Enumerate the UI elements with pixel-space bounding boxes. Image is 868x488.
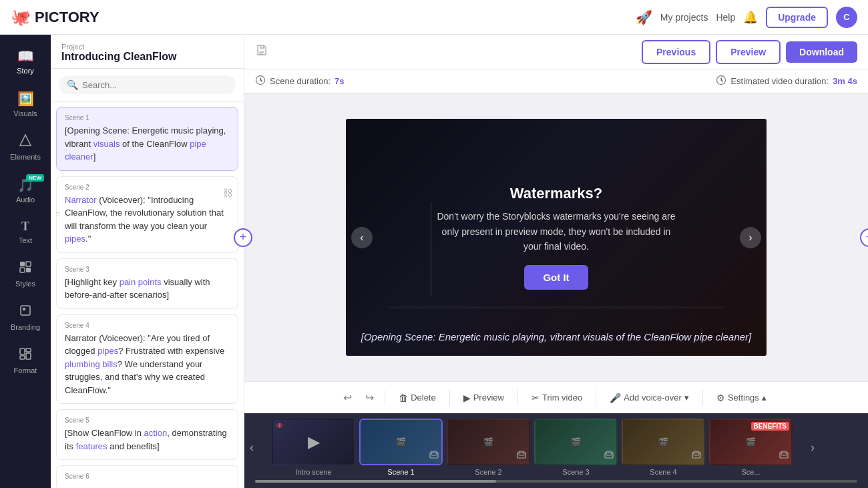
duration-bar: Scene duration: 7s Estimated video durat… — [244, 69, 868, 93]
sidebar-label-visuals: Visuals — [13, 109, 37, 117]
sidebar-item-branding[interactable]: Branding — [0, 297, 51, 338]
sidebar-item-text[interactable]: T Text — [0, 213, 51, 251]
pain-points-link[interactable]: pain points — [120, 277, 162, 287]
sidebar-item-format[interactable]: Format — [0, 340, 51, 381]
svg-rect-5 — [21, 306, 30, 315]
thumb-bg-intro: ▶ — [273, 420, 354, 464]
sidebar-item-styles[interactable]: Styles — [0, 254, 51, 294]
timeline-label-scene2: Scene 2 — [447, 468, 530, 476]
timeline-item-scene2[interactable]: 🎬 Scene 2 — [447, 419, 530, 476]
undo-button[interactable]: ↩ — [338, 387, 357, 408]
eye-icon-intro[interactable]: 👁 — [276, 421, 284, 431]
video-toolbar: ↩ ↪ 🗑 Delete ▶ Preview ✂ Trim video 🎤 Ad… — [244, 381, 868, 413]
logo[interactable]: 🐙 PICTORY — [11, 8, 99, 27]
topbar-left — [255, 43, 268, 60]
benefits-badge: BENEFITS — [751, 422, 789, 431]
avatar: C — [836, 7, 857, 28]
timeline-thumb-scene5: 🎬 BENEFITS — [709, 419, 793, 465]
search-input-wrap[interactable]: 🔍 — [59, 75, 236, 94]
narrator-link[interactable]: Narrator — [65, 195, 97, 205]
timeline-thumb-intro: ▶ 👁 — [272, 419, 355, 465]
timeline-item-intro[interactable]: ▶ 👁 Intro scene — [272, 419, 355, 476]
add-scene-left-button[interactable]: + — [234, 228, 252, 247]
timeline-inner: ▶ 👁 Intro scene 🎬 — [259, 419, 805, 476]
pipes-link-2[interactable]: pipes — [65, 234, 85, 244]
video-next-arrow[interactable]: › — [740, 227, 761, 248]
my-projects-link[interactable]: My projects — [660, 12, 708, 23]
timeline-thumb-scene1: 🎬 — [359, 419, 443, 465]
visuals-link[interactable]: visuals — [93, 139, 120, 149]
link-icon: ⛓ — [223, 188, 232, 198]
previous-button[interactable]: Previous — [642, 40, 710, 64]
settings-button[interactable]: ⚙ Settings ▴ — [708, 389, 775, 407]
timeline-item-scene1[interactable]: 🎬 Scene 1 — [359, 419, 443, 476]
svg-rect-18 — [606, 451, 612, 455]
scene-card-2[interactable]: Scene 2 Narrator (Voiceover): "Introduci… — [56, 176, 238, 253]
download-button[interactable]: Download — [786, 41, 857, 63]
redo-button[interactable]: ↪ — [360, 387, 379, 408]
sidebar-item-story[interactable]: 📖 Story — [0, 41, 51, 81]
features-link[interactable]: features — [76, 441, 107, 451]
toolbar-preview-button[interactable]: ▶ Preview — [455, 389, 512, 407]
timeline-item-scene3[interactable]: 🎬 Scene 3 — [534, 419, 618, 476]
bell-icon[interactable]: 🔔 — [743, 10, 758, 25]
watermark-overlay: Watermarks? Don't worry the Storyblocks … — [346, 119, 767, 355]
sidebar-item-elements[interactable]: Elements — [0, 127, 51, 168]
plumbing-bills-link[interactable]: plumbing bills — [65, 359, 118, 369]
timeline-item-scene5[interactable]: 🎬 BENEFITS Sce... — [709, 419, 793, 476]
layer-icon-scene3 — [604, 450, 614, 461]
scene-card-3[interactable]: Scene 3 [Highlight key pain points visua… — [56, 258, 238, 309]
timeline-label-scene1: Scene 1 — [359, 468, 443, 476]
scene-label-6: Scene 6 — [65, 473, 230, 480]
trim-button[interactable]: ✂ Trim video — [523, 389, 590, 407]
pipe-cleaner-link[interactable]: pipe cleaner — [65, 139, 206, 162]
action-link[interactable]: action — [144, 428, 168, 438]
drag-handle-2[interactable]: ⠿ — [55, 211, 60, 218]
text-icon: T — [21, 220, 29, 234]
scene-card-4[interactable]: Scene 4 Narrator (Voiceover): "Are you t… — [56, 314, 238, 405]
delete-button[interactable]: 🗑 Delete — [391, 389, 444, 407]
help-link[interactable]: Help — [716, 12, 735, 23]
scene-card-1[interactable]: Scene 1 [Opening Scene: Energetic music … — [56, 107, 238, 171]
upgrade-button[interactable]: Upgrade — [766, 7, 828, 28]
timeline-prev-arrow[interactable]: ‹ — [244, 438, 259, 457]
styles-icon — [19, 260, 32, 277]
preview-panel: Previous Preview Download Scene duration… — [244, 35, 868, 488]
voiceover-button[interactable]: 🎤 Add voice-over ▾ — [602, 389, 697, 407]
search-input[interactable] — [82, 80, 228, 90]
scene-text-4: Narrator (Voiceover): "Are you tired of … — [65, 332, 230, 397]
timeline-thumb-scene3: 🎬 — [534, 419, 618, 465]
timeline-scrollbar[interactable] — [255, 480, 857, 483]
scene-card-5[interactable]: Scene 5 [Show CleanFlow in action, demon… — [56, 409, 238, 460]
video-duration-label: Estimated video duration: — [730, 76, 829, 86]
main-layout: Project Introducing CleanFlow 🔍 Scene 1 … — [51, 35, 868, 488]
timeline-content: ‹ ▶ 👁 Intro scene — [244, 419, 868, 476]
video-prev-arrow[interactable]: ‹ — [351, 227, 373, 248]
pipes-link-4[interactable]: pipes — [97, 346, 118, 356]
svg-rect-1 — [20, 262, 25, 266]
save-icon[interactable] — [255, 43, 268, 60]
scene-label-4: Scene 4 — [65, 322, 230, 329]
add-scene-right-button[interactable]: + — [860, 228, 868, 247]
sidebar-item-visuals[interactable]: 🖼️ Visuals — [0, 84, 51, 124]
thumb-icon-scene5: 🎬 — [746, 437, 756, 447]
scene-text-2: Narrator (Voiceover): "Introducing Clean… — [65, 194, 230, 246]
scene-text-3: [Highlight key pain points visually with… — [65, 276, 230, 302]
sidebar-label-elements: Elements — [10, 153, 41, 161]
video-area: + Watermarks? Don't worry the Storyblock… — [244, 93, 868, 381]
story-icon: 📖 — [17, 48, 34, 64]
toolbar-separator-5 — [702, 390, 703, 406]
sidebar-label-story: Story — [17, 67, 34, 75]
voiceover-chevron: ▾ — [684, 393, 689, 403]
sidebar-item-audio[interactable]: NEW 🎵 Audio — [0, 170, 51, 210]
scene-label-1: Scene 1 — [65, 114, 230, 121]
preview-button[interactable]: Preview — [716, 40, 781, 64]
watermark-title: Watermarks? — [510, 185, 603, 202]
timeline-item-scene4[interactable]: 🎬 Scene 4 — [622, 419, 705, 476]
sidebar-label-format: Format — [14, 367, 37, 375]
scene-card-6[interactable]: Scene 6 — [56, 465, 238, 488]
preview-topbar: Previous Preview Download — [244, 35, 868, 69]
sidebar-label-audio: Audio — [16, 196, 35, 204]
timeline-next-arrow[interactable]: › — [805, 438, 820, 457]
got-it-button[interactable]: Got It — [524, 265, 588, 290]
